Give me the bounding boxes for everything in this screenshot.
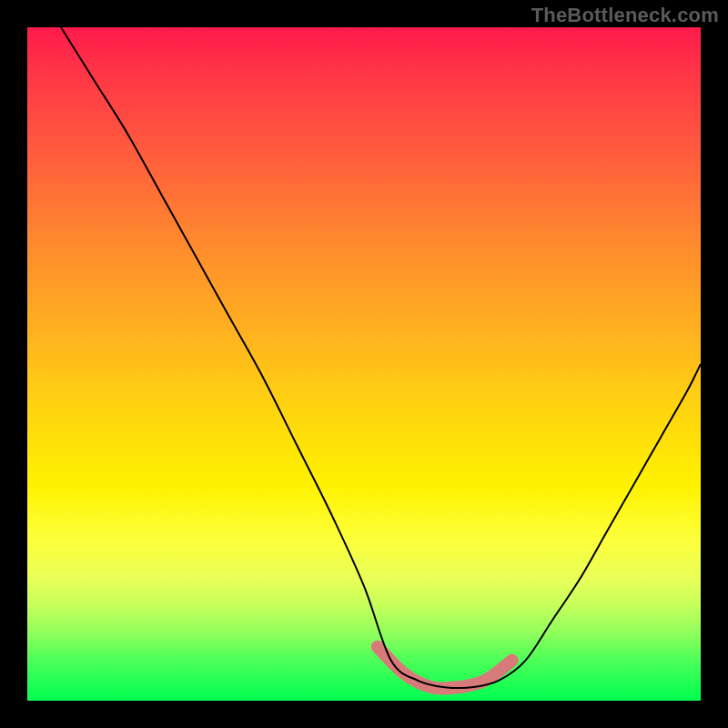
curve-svg xyxy=(27,27,701,701)
chart-container: TheBottleneck.com xyxy=(0,0,728,728)
plot-area xyxy=(27,27,701,701)
bottleneck-curve xyxy=(61,27,701,688)
attribution-label: TheBottleneck.com xyxy=(531,4,719,27)
